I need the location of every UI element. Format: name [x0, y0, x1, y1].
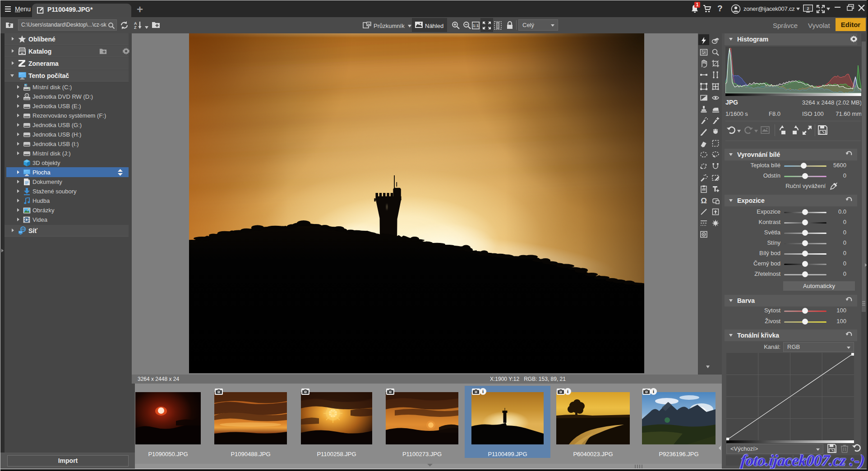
svg-text:1:1: 1:1: [473, 23, 479, 28]
svg-text:Z: Z: [134, 25, 137, 29]
svg-text:2: 2: [807, 6, 809, 11]
svg-text:Ω: Ω: [701, 197, 707, 205]
